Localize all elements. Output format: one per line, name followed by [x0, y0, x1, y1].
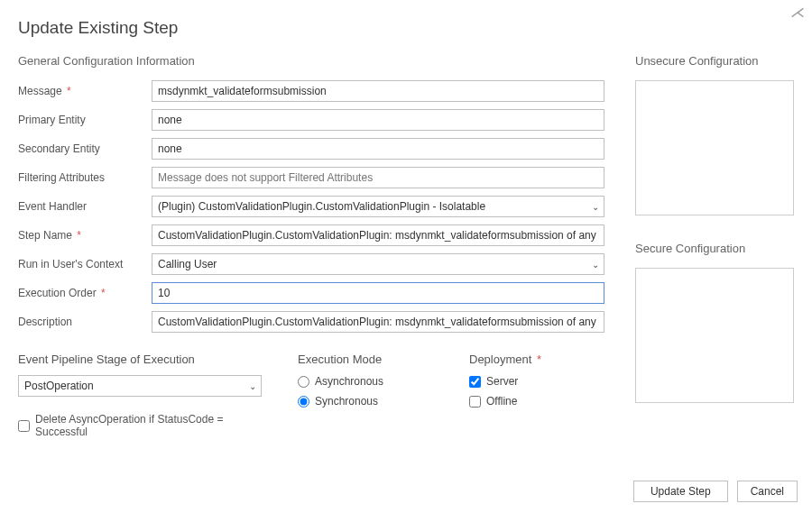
label-primary-entity: Primary Entity	[18, 114, 152, 126]
check-server-line: Server	[469, 375, 604, 388]
label-step-name: Step Name *	[18, 229, 152, 242]
radio-synchronous-label: Synchronous	[315, 395, 378, 408]
footer-buttons: Update Step Cancel	[633, 481, 798, 502]
col-deployment: Deployment * Server Offline	[469, 353, 604, 438]
general-heading: General Configuration Information	[18, 54, 604, 68]
main-columns: General Configuration Information Messag…	[18, 54, 794, 438]
row-event-handler: Event Handler ⌄	[18, 196, 604, 217]
run-as-select[interactable]	[152, 253, 604, 275]
required-marker: *	[98, 287, 106, 299]
required-marker: *	[74, 229, 81, 242]
radio-async-line: Asynchronous	[298, 375, 433, 388]
radio-asynchronous-label: Asynchronous	[315, 375, 383, 388]
unsecure-heading: Unsecure Configuration	[635, 54, 794, 68]
radio-synchronous[interactable]	[298, 396, 309, 408]
row-step-name: Step Name *	[18, 224, 604, 246]
step-name-input[interactable]	[152, 224, 604, 246]
checkbox-server[interactable]	[469, 376, 481, 388]
delete-async-label: Delete AsyncOperation if StatusCode = Su…	[35, 413, 262, 438]
lower-row: Event Pipeline Stage of Execution ⌄ Dele…	[18, 353, 604, 438]
event-handler-select[interactable]	[152, 196, 604, 217]
label-message: Message *	[18, 85, 152, 97]
left-pane: General Configuration Information Messag…	[18, 54, 604, 438]
col-pipeline: Event Pipeline Stage of Execution ⌄ Dele…	[18, 353, 262, 438]
page-title: Update Existing Step	[18, 18, 794, 38]
close-icon[interactable]: ⋌	[790, 5, 805, 20]
exec-mode-heading: Execution Mode	[298, 353, 433, 366]
radio-sync-line: Synchronous	[298, 395, 433, 408]
required-marker: *	[533, 353, 541, 366]
deployment-heading: Deployment *	[469, 353, 604, 366]
radio-asynchronous[interactable]	[298, 376, 309, 388]
check-offline-line: Offline	[469, 395, 604, 408]
secure-heading: Secure Configuration	[635, 242, 794, 255]
required-marker: *	[64, 85, 71, 97]
pipeline-heading: Event Pipeline Stage of Execution	[18, 353, 262, 366]
row-run-as: Run in User's Context ⌄	[18, 253, 604, 275]
filtering-attributes-input	[152, 167, 604, 188]
col-exec-mode: Execution Mode Asynchronous Synchronous	[298, 353, 433, 438]
label-event-handler: Event Handler	[18, 200, 152, 213]
checkbox-offline[interactable]	[469, 396, 481, 408]
label-execution-order: Execution Order *	[18, 287, 152, 299]
label-description: Description	[18, 316, 152, 328]
unsecure-block: Unsecure Configuration	[635, 54, 794, 218]
row-secondary-entity: Secondary Entity	[18, 138, 604, 160]
label-filtering-attrs: Filtering Attributes	[18, 171, 152, 184]
row-description: Description	[18, 311, 604, 333]
row-primary-entity: Primary Entity	[18, 109, 604, 131]
label-run-as: Run in User's Context	[18, 258, 152, 270]
update-step-button[interactable]: Update Step	[633, 481, 728, 502]
unsecure-config-textarea[interactable]	[635, 80, 794, 215]
delete-async-line: Delete AsyncOperation if StatusCode = Su…	[18, 413, 262, 438]
label-secondary-entity: Secondary Entity	[18, 142, 152, 155]
secure-config-textarea[interactable]	[635, 268, 794, 403]
checkbox-server-label: Server	[486, 375, 518, 388]
row-execution-order: Execution Order *	[18, 282, 604, 304]
execution-order-input[interactable]	[152, 282, 604, 304]
checkbox-offline-label: Offline	[486, 395, 517, 408]
secure-block: Secure Configuration	[635, 242, 794, 406]
row-filtering-attrs: Filtering Attributes	[18, 167, 604, 188]
secondary-entity-input[interactable]	[152, 138, 604, 160]
cancel-button[interactable]: Cancel	[737, 481, 798, 502]
row-message: Message *	[18, 80, 604, 102]
right-pane: Unsecure Configuration Secure Configurat…	[635, 54, 794, 438]
message-input[interactable]	[152, 80, 604, 102]
description-input[interactable]	[152, 311, 604, 333]
pipeline-stage-select[interactable]	[18, 375, 262, 397]
delete-async-checkbox[interactable]	[18, 420, 30, 432]
primary-entity-input[interactable]	[152, 109, 604, 131]
